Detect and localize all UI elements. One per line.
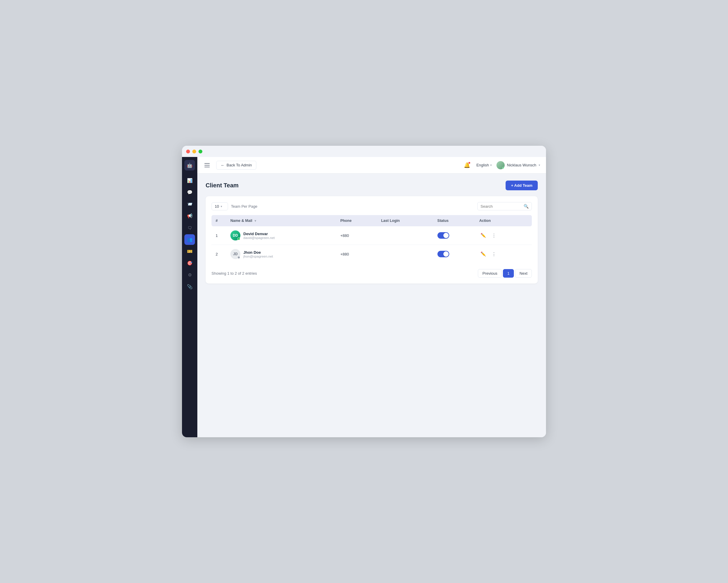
topbar-right: 🔔 English ▾ Nicklaus Wunsch ▾: [462, 160, 540, 170]
back-to-admin-button[interactable]: ← Back To Admin: [216, 161, 256, 170]
search-input[interactable]: [480, 204, 522, 209]
row-user: DD Devid Denvar david@spagreen.net: [226, 226, 336, 245]
edit-button[interactable]: ✏️: [479, 231, 488, 239]
status-toggle[interactable]: [438, 232, 449, 239]
sidebar-logo: 🤖: [184, 160, 195, 171]
back-label: Back To Admin: [227, 163, 252, 167]
user-chevron-icon: ▾: [539, 163, 540, 167]
per-page-label: Team Per Page: [231, 204, 258, 209]
menu-button[interactable]: [203, 160, 213, 170]
page-content: Client Team + Add Team 10 ▾ Team Per Pag…: [197, 174, 546, 437]
edit-button[interactable]: ✏️: [479, 250, 488, 258]
per-page-select[interactable]: 10 ▾: [211, 202, 228, 210]
col-action: Action: [475, 215, 532, 226]
toggle-knob: [443, 233, 449, 238]
status-toggle[interactable]: [438, 251, 449, 257]
add-team-button[interactable]: + Add Team: [505, 181, 538, 190]
sidebar-item-analytics[interactable]: 📊: [184, 175, 195, 186]
user-name: Nicklaus Wunsch: [507, 163, 536, 167]
row-last-login: [377, 226, 433, 245]
page-1-button[interactable]: 1: [503, 269, 514, 278]
sidebar-item-settings[interactable]: ⚙: [184, 270, 195, 280]
col-index: #: [211, 215, 226, 226]
col-phone: Phone: [336, 215, 377, 226]
language-chevron-icon: ▾: [490, 163, 492, 167]
search-box: 🔍: [477, 202, 532, 210]
pagination-info: Showing 1 to 2 of 2 entries: [211, 271, 257, 276]
row-index: 1: [211, 226, 226, 245]
user-thumb: DD: [230, 230, 240, 240]
minimize-dot[interactable]: [192, 150, 196, 153]
app-window: 🤖 📊 💬 📨 📢 🗨 👥 🎫 🎯 ⚙ 📎 ← Back To Admin: [182, 146, 546, 437]
sort-icon: ▼: [254, 219, 257, 223]
maximize-dot[interactable]: [199, 150, 202, 153]
row-action: ✏️ ⋮: [475, 245, 532, 263]
row-status[interactable]: [433, 245, 475, 263]
row-index: 2: [211, 245, 226, 263]
sidebar-item-megaphone[interactable]: 📢: [184, 211, 195, 221]
user-email: jhon@spagreen.net: [243, 255, 273, 258]
sidebar-item-target[interactable]: 🎯: [184, 258, 195, 269]
col-name-mail: Name & Mail ▼: [226, 215, 336, 226]
sidebar-item-send[interactable]: 📨: [184, 199, 195, 209]
notification-dot: [468, 162, 470, 164]
avatar: [496, 161, 505, 169]
main-area: ← Back To Admin 🔔 English ▾: [197, 157, 546, 437]
user-email: david@spagreen.net: [243, 236, 275, 239]
team-table: # Name & Mail ▼ Phone Last Login Status …: [211, 215, 532, 263]
language-label: English: [476, 163, 489, 167]
row-user: JD Jhon Doe jhon@spagreen.net: [226, 245, 336, 263]
row-phone: +880: [336, 245, 377, 263]
user-thumb: JD: [230, 249, 240, 259]
sidebar-item-message[interactable]: 🗨: [184, 223, 195, 233]
previous-button[interactable]: Previous: [478, 269, 502, 278]
language-selector[interactable]: English ▾: [476, 163, 492, 167]
back-arrow-icon: ←: [220, 163, 225, 168]
titlebar: [182, 146, 546, 157]
sidebar: 🤖 📊 💬 📨 📢 🗨 👥 🎫 🎯 ⚙ 📎: [182, 157, 197, 437]
table-header-row: # Name & Mail ▼ Phone Last Login Status …: [211, 215, 532, 226]
main-card: 10 ▾ Team Per Page 🔍: [206, 196, 538, 283]
user-menu[interactable]: Nicklaus Wunsch ▾: [496, 161, 540, 169]
row-last-login: [377, 245, 433, 263]
user-status-dot: [237, 237, 240, 240]
sidebar-item-team[interactable]: 👥: [184, 234, 195, 245]
per-page-value: 10: [215, 204, 219, 209]
col-status: Status: [433, 215, 475, 226]
per-page-chevron-icon: ▾: [220, 205, 222, 208]
sidebar-item-paperclip[interactable]: 📎: [184, 281, 195, 292]
page-title: Client Team: [206, 182, 239, 189]
more-button[interactable]: ⋮: [490, 250, 498, 258]
app-body: 🤖 📊 💬 📨 📢 🗨 👥 🎫 🎯 ⚙ 📎 ← Back To Admin: [182, 157, 546, 437]
row-status[interactable]: [433, 226, 475, 245]
topbar: ← Back To Admin 🔔 English ▾: [197, 157, 546, 174]
per-page-control: 10 ▾ Team Per Page: [211, 202, 258, 210]
row-phone: +880: [336, 226, 377, 245]
more-button[interactable]: ⋮: [490, 231, 498, 239]
sidebar-item-whatsapp[interactable]: 💬: [184, 187, 195, 198]
search-icon: 🔍: [524, 204, 528, 209]
user-online-dot: [502, 167, 505, 169]
notification-button[interactable]: 🔔: [462, 160, 472, 170]
row-action: ✏️ ⋮: [475, 226, 532, 245]
card-controls: 10 ▾ Team Per Page 🔍: [211, 202, 532, 210]
user-status-dot: [237, 256, 240, 259]
sidebar-item-tickets[interactable]: 🎫: [184, 246, 195, 257]
page-header: Client Team + Add Team: [206, 181, 538, 190]
toggle-knob: [443, 251, 449, 257]
col-last-login: Last Login: [377, 215, 433, 226]
user-name: Jhon Doe: [243, 250, 273, 255]
close-dot[interactable]: [186, 150, 190, 153]
table-row: 1 DD Devid Denvar david@spagreen.net +88…: [211, 226, 532, 245]
next-button[interactable]: Next: [515, 269, 532, 278]
pagination-bar: Showing 1 to 2 of 2 entries Previous 1 N…: [211, 269, 532, 278]
pagination-buttons: Previous 1 Next: [478, 269, 532, 278]
user-name: Devid Denvar: [243, 232, 275, 236]
table-row: 2 JD Jhon Doe jhon@spagreen.net +880: [211, 245, 532, 263]
